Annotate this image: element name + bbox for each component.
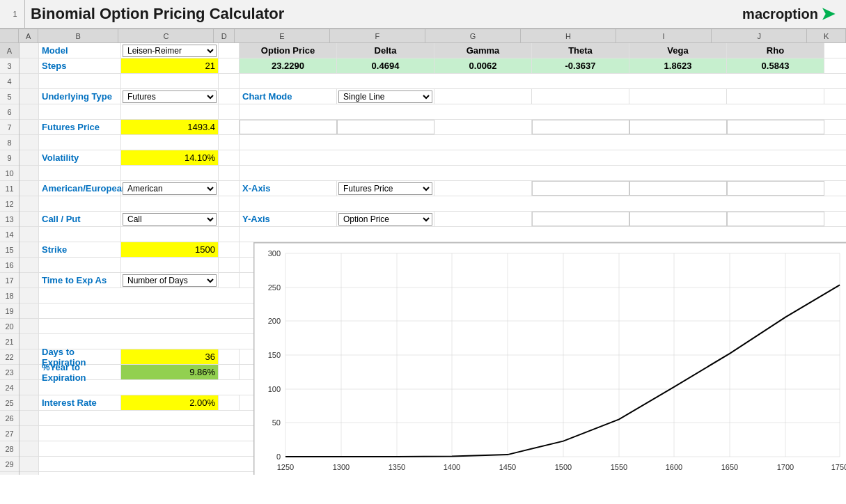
col-header-b: B [38,29,119,42]
rn-10: 10 [0,166,19,181]
rn-4: 4 [0,74,19,89]
svg-text:1400: 1400 [444,463,460,471]
svg-text:0: 0 [276,452,281,461]
steps-value: 21 [205,61,215,71]
theta-header: Theta [568,45,593,56]
svg-text:300: 300 [268,249,281,258]
vega-value: 1.8623 [664,61,692,71]
rn-24: 24 [0,380,19,395]
volatility-value[interactable]: 14.10% [121,150,219,165]
row-8: Futures Price 1493.4 [19,120,846,135]
cell-3b: Model [39,43,121,58]
call-put-select[interactable]: Call Put [123,213,217,226]
y-axis-label: Y-Axis [240,212,337,226]
pct-year-label: %Year to Expiration [39,365,121,379]
main-content: Model Leisen-Reimer Option Price Delta G… [19,43,846,475]
interest-rate-label: Interest Rate [39,395,121,410]
cell-4a [19,58,39,73]
time-to-exp-cell[interactable]: Number of Days [121,273,219,288]
rn-25: 25 [0,395,19,411]
col-header-g: G [425,29,521,42]
american-european-label: American/European [39,181,121,196]
days-to-exp-value[interactable]: 36 [121,349,219,364]
cell-4c[interactable]: 21 [121,58,219,73]
rn-18: 18 [0,288,19,304]
svg-text:1300: 1300 [333,463,350,471]
cell-3e: Option Price [240,43,337,58]
svg-rect-0 [254,243,846,475]
col-header-i: I [616,29,712,42]
rn-16: 16 [0,258,19,273]
row-3: Model Leisen-Reimer Option Price Delta G… [19,43,846,58]
chart-mode-cell[interactable]: Single Line [337,89,434,104]
rn-9: 9 [0,150,19,166]
row-6: Underlying Type Futures Chart Mode Singl… [19,89,846,104]
row-5 [19,74,846,89]
svg-text:50: 50 [272,418,281,427]
rn-3: 3 [0,58,19,74]
underlying-type-cell[interactable]: Futures [121,89,219,104]
cell-4i: 1.8623 [629,58,727,73]
interest-rate-value[interactable]: 2.00% [121,395,219,410]
rn-13: 13 [0,212,19,227]
rn-17: 17 [0,273,19,288]
rn-20: 20 [0,319,19,334]
american-european-cell[interactable]: American European [121,181,219,196]
cell-3h: Theta [532,43,629,58]
col-header-e: E [235,29,330,42]
futures-price-label: Futures Price [39,120,121,134]
chart-svg: 0 50 100 150 200 250 300 1250 1300 1350 … [254,243,846,475]
row-num-1: 1 [6,0,25,28]
theta-value: -0.3637 [565,61,595,71]
american-european-select[interactable]: American European [123,182,217,195]
cell-4f: 0.4694 [337,58,434,73]
cell-3k [824,43,846,58]
steps-label: Steps [42,61,66,71]
model-label: Model [42,45,68,56]
svg-text:1650: 1650 [721,463,738,471]
svg-text:250: 250 [268,283,281,292]
row-11 [19,166,846,181]
svg-text:1550: 1550 [611,463,627,471]
strike-label: Strike [39,242,121,257]
col-header-c: C [118,29,214,42]
cell-4k [824,58,846,73]
svg-text:1600: 1600 [666,463,682,471]
row-nums-area: A 3 4 5 6 7 8 9 10 11 12 13 14 15 16 17 … [0,43,19,475]
y-axis-cell[interactable]: Option Price [337,212,434,226]
x-axis-cell[interactable]: Futures Price [337,181,434,196]
cell-3j: Rho [727,43,824,58]
row-12: American/European American European X-Ax… [19,181,846,196]
y-axis-select[interactable]: Option Price [338,213,432,226]
rn-15: 15 [0,242,19,258]
chart-mode-select[interactable]: Single Line [338,90,432,103]
rn-11: 11 [0,181,19,196]
futures-price-value[interactable]: 1493.4 [121,120,219,134]
rn-23: 23 [0,365,19,380]
chart-mode-label: Chart Mode [240,89,337,104]
col-header-rownum [0,29,19,42]
call-put-cell[interactable]: Call Put [121,212,219,226]
rn-27: 27 [0,426,19,441]
rho-value: 0.5843 [762,61,790,71]
underlying-type-label: Underlying Type [39,89,121,104]
model-select[interactable]: Leisen-Reimer [123,45,217,57]
row-7 [19,104,846,120]
x-axis-select[interactable]: Futures Price [338,182,432,195]
cell-3c[interactable]: Leisen-Reimer [121,43,219,58]
row-10: Volatility 14.10% [19,150,846,166]
logo: macroption ➤ [742,4,835,24]
chart-area: 0 50 100 150 200 250 300 1250 1300 1350 … [253,242,846,475]
row-15 [19,227,846,242]
row-numbers-column: A 3 4 5 6 7 8 9 10 11 12 13 14 15 16 17 … [0,43,19,475]
underlying-type-select[interactable]: Futures [123,90,217,103]
vega-header: Vega [667,45,688,56]
strike-value[interactable]: 1500 [121,242,219,257]
svg-text:1750: 1750 [831,463,846,471]
rn-7: 7 [0,120,19,135]
page-title: Binomial Option Pricing Calculator [31,5,284,23]
cell-4j: 0.5843 [727,58,824,73]
rn-28: 28 [0,441,19,457]
col-header-d: D [214,29,234,42]
time-to-exp-select[interactable]: Number of Days [123,274,217,287]
